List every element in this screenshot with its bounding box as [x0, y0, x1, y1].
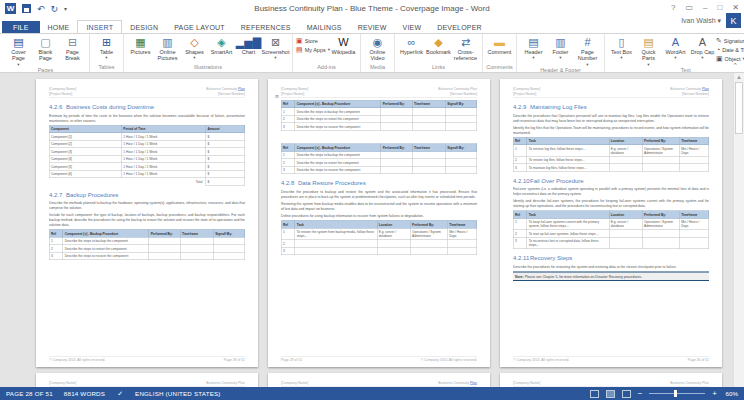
total-value-cell[interactable]: $ — [206, 178, 245, 186]
table-cell[interactable] — [377, 247, 410, 255]
table-cell[interactable] — [412, 151, 445, 159]
table-cell[interactable] — [642, 230, 679, 238]
button-date-time[interactable]: ◔Date & Time — [716, 46, 744, 53]
table-cell[interactable] — [445, 159, 476, 167]
button-cross-reference[interactable]: ⇄Cross-reference — [452, 35, 479, 62]
column-header[interactable]: Timeframe — [679, 137, 708, 145]
table-cell[interactable]: Component [5] — [49, 163, 121, 171]
table-cell[interactable]: To reconstruct lost or corrupted data, f… — [527, 237, 609, 249]
table-cell[interactable]: Component [4] — [49, 155, 121, 163]
column-header[interactable]: Performed By: — [381, 100, 412, 108]
table-cell[interactable]: 1 Hour / 1 Day / 1 Week — [122, 155, 206, 163]
column-header[interactable]: Timeframe — [447, 221, 476, 229]
tab-insert[interactable]: INSERT — [77, 20, 122, 34]
paragraph[interactable]: Estimate by periods of time the costs to… — [49, 113, 245, 123]
tab-view[interactable]: VIEW — [395, 21, 430, 33]
button-pictures[interactable]: ▦Pictures — [127, 35, 154, 55]
document-canvas[interactable]: [Company Name][Project Name]Business Con… — [0, 73, 744, 387]
table-cell[interactable]: To maintain log files, follow these step… — [527, 164, 609, 172]
table-cell[interactable] — [447, 240, 476, 248]
table-cell[interactable]: Component [1] — [49, 133, 121, 141]
table-cell[interactable] — [642, 164, 679, 172]
table-cell[interactable] — [642, 237, 679, 249]
column-header[interactable]: Task — [527, 137, 609, 145]
undo-button[interactable]: ↶ — [37, 4, 45, 14]
scrollbar-thumb[interactable] — [735, 82, 743, 134]
table-cell[interactable] — [180, 237, 213, 245]
table-cell[interactable] — [381, 108, 412, 116]
table-cell[interactable] — [381, 151, 412, 159]
button-drop-cap[interactable]: ADrop Cap▾ — [689, 35, 716, 60]
table-cell[interactable] — [445, 108, 476, 116]
button-page-break[interactable]: ⊟Page Break — [59, 35, 86, 62]
table-cell[interactable]: 2 — [281, 240, 295, 248]
zoom-in-button[interactable]: + — [712, 390, 717, 398]
column-header[interactable]: Ref — [281, 221, 295, 229]
button-signature-line[interactable]: ✎Signature Line▾ — [716, 37, 744, 44]
vertical-scrollbar[interactable]: ▲ — [733, 73, 744, 387]
column-header[interactable]: Task — [295, 221, 377, 229]
redo-button[interactable]: ↻ — [51, 4, 59, 14]
table-cell[interactable]: 1 — [281, 228, 295, 240]
table-cell[interactable]: $ — [206, 140, 245, 148]
column-header[interactable]: Signoff By: — [213, 230, 244, 238]
button-store[interactable]: ▣Store — [296, 37, 330, 44]
scroll-up-arrow-icon[interactable]: ▲ — [734, 73, 744, 81]
section-heading[interactable]: 4.2.9Maintaining Log Files — [513, 104, 709, 111]
button-online-pictures[interactable]: ▥Online Pictures — [154, 35, 181, 62]
table-cell[interactable]: 1 Hour / 1 Day / 1 Week — [122, 163, 206, 171]
table-cell[interactable]: Operations / System Administrator — [642, 145, 679, 157]
table-cell[interactable]: Describe the steps to restart the compon… — [295, 159, 381, 167]
tab-home[interactable]: HOME — [40, 21, 78, 33]
table-cell[interactable]: 2 — [281, 115, 295, 123]
table-cell[interactable] — [679, 156, 708, 164]
column-header[interactable]: Performed By: — [642, 211, 679, 219]
button-shapes[interactable]: ◇Shapes▾ — [181, 35, 208, 60]
column-header[interactable]: Performed By: — [642, 137, 679, 145]
table-cell[interactable] — [412, 166, 445, 174]
save-button[interactable] — [22, 4, 31, 13]
note-box[interactable]: Note: Please see Chapter 5, for more inf… — [513, 271, 709, 281]
column-header[interactable]: Task — [527, 211, 609, 219]
table-cell[interactable]: 1 — [513, 145, 527, 157]
column-header[interactable]: Signoff By: — [445, 100, 476, 108]
table-cell[interactable] — [412, 159, 445, 167]
column-header[interactable]: Component [x] - Backup Procedure — [295, 144, 381, 152]
table-cell[interactable]: Describe the steps to recover the compon… — [63, 252, 149, 260]
table-cell[interactable] — [213, 252, 244, 260]
zoom-out-button[interactable]: − — [638, 390, 643, 398]
button-table[interactable]: ⊞Table▾ — [93, 35, 120, 60]
table-cell[interactable]: 3 — [281, 247, 295, 255]
table-cell[interactable] — [149, 237, 180, 245]
button-footer[interactable]: ▥Footer▾ — [547, 35, 574, 60]
button-quick-parts[interactable]: ▤Quick Parts▾ — [635, 35, 662, 67]
document-page-partial[interactable]: [Company Name]Business Continuity Plan — [36, 373, 258, 387]
table-cell[interactable] — [447, 247, 476, 255]
table-cell[interactable]: Describe the steps to backup the compone… — [295, 108, 381, 116]
column-header[interactable]: Ref — [281, 100, 295, 108]
button-wikipedia[interactable]: WWikipedia — [330, 35, 357, 55]
column-header[interactable]: Ref — [513, 211, 527, 219]
section-heading[interactable]: 4.2.10Fail Over Procedure — [513, 177, 709, 184]
table-cell[interactable] — [381, 166, 412, 174]
table-cell[interactable]: To start up fail-over systems, follow th… — [527, 230, 609, 238]
user-avatar[interactable]: K — [726, 13, 741, 28]
proofing-status-icon[interactable]: ✓ — [116, 390, 124, 398]
button-page-number[interactable]: #Page Number▾ — [574, 35, 601, 67]
tab-file[interactable]: FILE — [2, 21, 40, 33]
paragraph[interactable]: Identify and describe fail-over systems,… — [513, 199, 709, 209]
document-title-link[interactable]: Plan — [702, 87, 709, 91]
table-cell[interactable] — [609, 156, 642, 164]
help-button[interactable]: ? — [671, 3, 675, 12]
document-page-partial[interactable]: [Company Name]Business Continuity Plan — [268, 373, 490, 387]
table-cell[interactable] — [377, 240, 410, 248]
column-header[interactable]: Ref — [281, 144, 295, 152]
paragraph[interactable]: Define procedures for using backup infor… — [281, 213, 477, 218]
table-move-handle-icon[interactable]: ⊞ — [275, 95, 279, 100]
table-cell[interactable]: Describe the steps to recover the compon… — [295, 123, 381, 131]
maximize-button[interactable]: □ — [717, 3, 722, 12]
section-heading[interactable]: 4.2.11Recovery Steps — [513, 255, 709, 262]
button-my-apps[interactable]: ▤My Apps▾ — [296, 46, 330, 53]
tab-mailings[interactable]: MAILINGS — [299, 21, 350, 33]
table-cell[interactable] — [180, 252, 213, 260]
